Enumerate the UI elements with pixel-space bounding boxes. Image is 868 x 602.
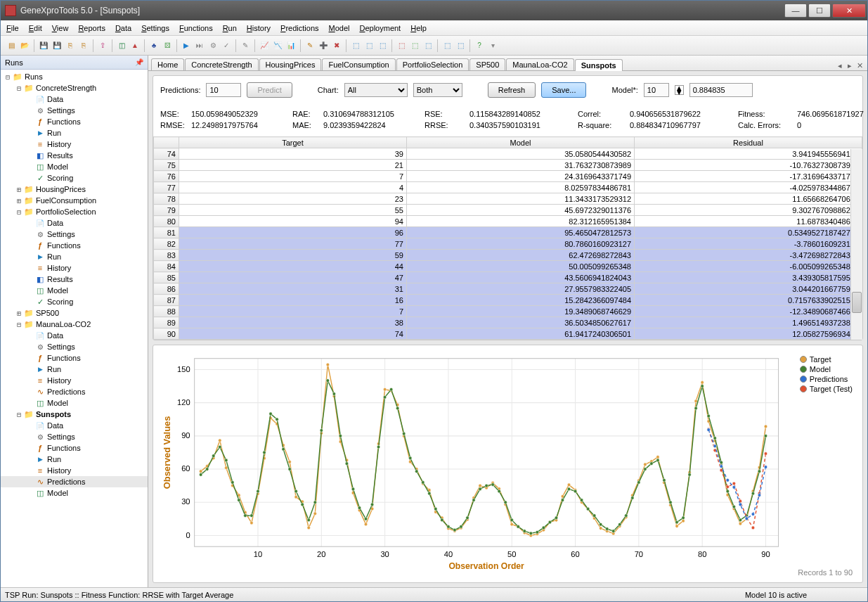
runs-tree[interactable]: ⊟Runs⊟ConcreteStrengthDataSettingsFuncti… (1, 70, 148, 587)
tree-item-functions[interactable]: Functions (1, 116, 148, 127)
menu-edit[interactable]: Edit (29, 24, 42, 32)
tb-x3-icon[interactable]: ⬚ (422, 39, 434, 52)
tree-item-data[interactable]: Data (1, 94, 148, 105)
tb-y1-icon[interactable]: ⬚ (441, 39, 453, 52)
tb-saveall-icon[interactable]: 💾 (51, 39, 63, 52)
menu-predictions[interactable]: Predictions (280, 24, 318, 32)
minimize-button[interactable]: — (784, 4, 807, 18)
tb-gear-icon[interactable]: ⚙ (207, 39, 219, 52)
tree-item-predictions[interactable]: Predictions (1, 386, 148, 397)
tree-item-run[interactable]: Run (1, 127, 148, 139)
tb-up-icon[interactable]: ▲ (129, 39, 141, 52)
tab-maunaloa-co2[interactable]: MaunaLoa-CO2 (506, 58, 574, 70)
tab-sp500[interactable]: SP500 (469, 58, 505, 70)
model-spinner[interactable]: ▲▼ (675, 85, 684, 95)
tree-item-history[interactable]: History (1, 262, 148, 274)
menu-data[interactable]: Data (115, 24, 131, 32)
fitness-input[interactable] (689, 83, 753, 97)
refresh-button[interactable]: Refresh (488, 82, 536, 98)
menu-settings[interactable]: Settings (141, 24, 169, 32)
menu-run[interactable]: Run (223, 24, 237, 32)
tree-item-sunspots[interactable]: ⊟Sunspots (1, 409, 148, 420)
tab-close[interactable]: ✕ (855, 61, 864, 70)
tb-tree-icon[interactable]: ♣ (148, 39, 160, 52)
table-scrollbar[interactable] (850, 149, 862, 340)
tb-random-icon[interactable]: ⚄ (161, 39, 174, 52)
tb-add-icon[interactable]: ➕ (317, 39, 330, 52)
tree-item-data[interactable]: Data (1, 330, 148, 341)
model-input[interactable] (644, 83, 669, 97)
tb-y2-icon[interactable]: ⬚ (454, 39, 467, 52)
tb-g3-icon[interactable]: ⬚ (376, 39, 389, 52)
tree-item-functions[interactable]: Functions (1, 442, 148, 454)
tree-item-model[interactable]: Model (1, 285, 148, 296)
tree-item-settings[interactable]: Settings (1, 229, 148, 240)
tb-copy-icon[interactable]: ⎘ (64, 39, 77, 52)
menu-file[interactable]: File (6, 24, 19, 32)
tree-item-model[interactable]: Model (1, 397, 148, 409)
tree-item-run[interactable]: Run (1, 454, 148, 465)
tree-item-data[interactable]: Data (1, 217, 148, 229)
tab-housingprices[interactable]: HousingPrices (259, 58, 322, 70)
tree-item-portfolioselection[interactable]: ⊟PortfolioSelection (1, 206, 148, 217)
tb-g2-icon[interactable]: ⬚ (363, 39, 375, 52)
tb-help-icon[interactable]: ? (473, 39, 486, 52)
results-table[interactable]: TargetModelResidual743935.05805444305823… (153, 136, 862, 340)
tree-item-fuelconsumption[interactable]: ⊞FuelConsumption (1, 195, 148, 206)
tab-fuelconsumption[interactable]: FuelConsumption (322, 58, 395, 70)
tree-item-history[interactable]: History (1, 465, 148, 476)
tree-item-concretestrength[interactable]: ⊟ConcreteStrength (1, 82, 148, 94)
tb-data-icon[interactable]: ◫ (115, 39, 128, 52)
pin-icon[interactable]: 📌 (135, 58, 143, 66)
tb-save-icon[interactable]: 💾 (37, 39, 50, 52)
tree-item-sp500[interactable]: ⊞SP500 (1, 307, 148, 319)
tab-prev[interactable]: ◂ (835, 61, 845, 70)
tree-item-settings[interactable]: Settings (1, 105, 148, 116)
tree-item-results[interactable]: Results (1, 150, 148, 161)
tab-sunspots[interactable]: Sunspots (575, 59, 623, 71)
tb-chart1-icon[interactable]: 📈 (258, 39, 271, 52)
menu-help[interactable]: Help (410, 24, 427, 32)
tree-item-housingprices[interactable]: ⊞HousingPrices (1, 184, 148, 195)
tab-concretestrength[interactable]: ConcreteStrength (185, 58, 258, 70)
tb-step-icon[interactable]: ⏭ (193, 39, 206, 52)
tree-item-maunaloa-co2[interactable]: ⊟MaunaLoa-CO2 (1, 319, 148, 330)
menu-deployment[interactable]: Deployment (359, 24, 401, 32)
tb-open-icon[interactable]: 📂 (18, 39, 31, 52)
tb-dd-icon[interactable]: ▾ (486, 39, 499, 52)
menu-history[interactable]: History (247, 24, 271, 32)
tree-item-history[interactable]: History (1, 139, 148, 150)
tree-item-model[interactable]: Model (1, 161, 148, 172)
mode-select[interactable]: Both (413, 83, 462, 97)
tree-item-model[interactable]: Model (1, 487, 148, 499)
maximize-button[interactable]: ☐ (808, 4, 831, 18)
tb-del-icon[interactable]: ✖ (330, 39, 343, 52)
tb-x1-icon[interactable]: ⬚ (395, 39, 408, 52)
menu-model[interactable]: Model (329, 24, 350, 32)
tb-x2-icon[interactable]: ⬚ (408, 39, 421, 52)
tab-home[interactable]: Home (151, 58, 184, 70)
tree-item-run[interactable]: Run (1, 251, 148, 262)
tree-item-functions[interactable]: Functions (1, 352, 148, 364)
tab-portfolioselection[interactable]: PortfolioSelection (396, 58, 469, 70)
tb-brush-icon[interactable]: ✎ (304, 39, 316, 52)
predictions-input[interactable] (206, 83, 241, 97)
save-button[interactable]: Save... (541, 82, 586, 98)
tree-item-runs[interactable]: ⊟Runs (1, 71, 148, 82)
tree-item-settings[interactable]: Settings (1, 431, 148, 442)
tree-item-results[interactable]: Results (1, 274, 148, 285)
predict-button[interactable]: Predict (247, 82, 292, 98)
tb-new-icon[interactable]: ▤ (5, 39, 18, 52)
tree-item-scoring[interactable]: Scoring (1, 172, 148, 184)
tb-play-icon[interactable]: ▶ (180, 39, 193, 52)
menu-functions[interactable]: Functions (179, 24, 213, 32)
tb-g1-icon[interactable]: ⬚ (349, 39, 362, 52)
menu-reports[interactable]: Reports (78, 24, 105, 32)
menu-view[interactable]: View (52, 24, 69, 32)
tb-paste-icon[interactable]: ⎘ (77, 39, 90, 52)
chart-select[interactable]: All (344, 83, 408, 97)
tree-item-predictions[interactable]: Predictions (1, 476, 148, 487)
tb-check-icon[interactable]: ✓ (220, 39, 233, 52)
tb-wand-icon[interactable]: ✎ (239, 39, 252, 52)
tab-next[interactable]: ▸ (845, 61, 855, 70)
